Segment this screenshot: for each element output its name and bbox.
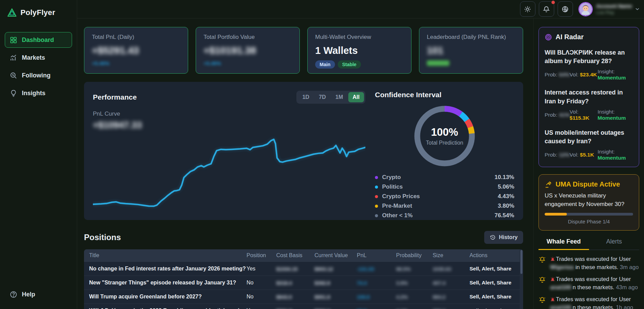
col-title[interactable]: Title bbox=[84, 252, 247, 259]
range-button-1m[interactable]: 1M bbox=[331, 92, 347, 102]
vol-value: $5.1K bbox=[580, 152, 594, 158]
stat-sub-value: +5.49% bbox=[92, 60, 180, 66]
sidebar-item-insights[interactable]: Insights bbox=[5, 85, 72, 101]
confidence-title: Confidence Interval bbox=[375, 91, 514, 99]
col-pnl[interactable]: PnL bbox=[357, 252, 396, 259]
sidebar-item-help[interactable]: Help bbox=[5, 286, 72, 302]
range-button-all[interactable]: All bbox=[348, 92, 364, 102]
radar-item[interactable]: Will BLΛƆKPIИK release an album by Febru… bbox=[545, 48, 633, 81]
col-actions[interactable]: Actions bbox=[470, 252, 523, 259]
table-row[interactable]: Will J.D. Vance win the 2028 Republican … bbox=[84, 304, 523, 309]
insight-value: Momentum bbox=[598, 155, 626, 161]
pnl-value: 108.8 bbox=[357, 294, 396, 300]
row-actions[interactable]: Sell, Alert, Share bbox=[470, 280, 523, 286]
legend-row-politics: Politics 5.06% bbox=[375, 183, 514, 190]
content-column: Account Name Low Play Total PnL (Daily) … bbox=[77, 0, 644, 309]
sidebar-nav: Dashboard Markets Following bbox=[5, 32, 72, 101]
sidebar-item-markets[interactable]: Markets bbox=[5, 50, 72, 65]
notification-dot bbox=[551, 1, 555, 4]
legend-row-crypto-prices: Crypto Prices 4.43% bbox=[375, 193, 514, 200]
col-size[interactable]: Size bbox=[433, 252, 470, 259]
performance-panel: Performance 1D 7D 1M All PnL Curve +$109… bbox=[84, 82, 523, 220]
user-menu[interactable]: Account Name Low Play bbox=[578, 2, 639, 16]
position-side: Yes bbox=[247, 308, 276, 309]
prob-value: 64% bbox=[559, 72, 570, 78]
scrollbar-thumb[interactable] bbox=[520, 250, 522, 274]
sidebar-item-dashboard[interactable]: Dashboard bbox=[5, 32, 72, 48]
current-value: $903.12 bbox=[314, 266, 357, 272]
tab-whale-feed[interactable]: Whale Feed bbox=[538, 235, 589, 250]
sidebar-item-following[interactable]: Following bbox=[5, 68, 72, 83]
stats-row: Total PnL (Daily) +$5291.43 +5.49% Total… bbox=[84, 27, 523, 74]
prob-value: 41% bbox=[559, 112, 570, 118]
notifications-button[interactable] bbox=[539, 1, 554, 17]
markets-chart-icon bbox=[10, 54, 17, 62]
legend-label: Crypto Prices bbox=[382, 193, 498, 200]
polyflyer-logo-icon bbox=[7, 8, 17, 18]
wallet-badges: Main Stable bbox=[315, 60, 404, 69]
ai-radar-title: AI Radar bbox=[556, 33, 584, 41]
pnl-value: 60.5 bbox=[357, 308, 396, 309]
prob-label: Prob: bbox=[545, 152, 557, 158]
alert-bell-icon bbox=[538, 276, 546, 283]
chevron-down-icon bbox=[635, 8, 639, 10]
feed-text: Trades was executed for User anat100 n t… bbox=[550, 295, 639, 309]
pnl-curve-value: +$10947.33 bbox=[93, 120, 365, 131]
sidebar-item-label: Following bbox=[22, 72, 51, 79]
insight-label: Insight: bbox=[598, 69, 615, 74]
feed-item[interactable]: Trades was executed for User Wigerios in… bbox=[538, 255, 639, 271]
feed-time: 1h ago bbox=[616, 304, 633, 309]
following-search-icon bbox=[10, 72, 17, 79]
feed-item[interactable]: Trades was executed for User anat100 n t… bbox=[538, 275, 639, 291]
col-position[interactable]: Position bbox=[247, 252, 276, 259]
pnl-line bbox=[93, 139, 365, 206]
performance-title: Performance bbox=[93, 93, 137, 101]
radar-item[interactable]: US mobile/internet outages caused by Ira… bbox=[545, 129, 633, 161]
legend-dot bbox=[375, 176, 378, 179]
pnl-curve-label: PnL Curve bbox=[93, 111, 365, 117]
language-button[interactable] bbox=[558, 1, 573, 17]
prob-value: 12% bbox=[559, 152, 570, 158]
radar-target-icon bbox=[545, 33, 552, 41]
current-value: $362.3 bbox=[314, 308, 357, 309]
table-scrollbar[interactable] bbox=[520, 249, 523, 309]
feed-item[interactable]: Trades was executed for User anat100 n t… bbox=[538, 295, 639, 309]
wallet-badge-main[interactable]: Main bbox=[315, 60, 335, 69]
dispute-phase-label: Dispute Phase 1/4 bbox=[545, 219, 633, 224]
time-range-group: 1D 7D 1M All bbox=[296, 91, 365, 104]
wallet-badge-stable[interactable]: Stable bbox=[338, 60, 361, 69]
theme-toggle-button[interactable] bbox=[520, 1, 535, 17]
radar-question: Will BLΛƆKPIИK release an album by Febru… bbox=[545, 48, 633, 65]
stat-value: 101 bbox=[427, 45, 515, 56]
rank-change-pill bbox=[427, 60, 449, 66]
row-actions[interactable]: Sell, Alert, Share bbox=[470, 266, 523, 272]
table-row[interactable]: No change in Fed interest rates after Ja… bbox=[84, 262, 523, 276]
vol-value: $115.3K bbox=[570, 115, 589, 121]
feed-user: Wigerios bbox=[550, 264, 574, 270]
legend-dot bbox=[375, 214, 378, 217]
siren-icon bbox=[550, 297, 555, 302]
confidence-section: Confidence Interval 100% Total Predictio… bbox=[375, 91, 514, 214]
insight-label: Insight: bbox=[598, 149, 615, 154]
range-button-1d[interactable]: 1D bbox=[298, 92, 313, 102]
pnl-value: 74.4 bbox=[357, 280, 396, 286]
range-button-7d[interactable]: 7D bbox=[314, 92, 330, 102]
radar-item[interactable]: Internet access restored in Iran by Frid… bbox=[545, 88, 633, 121]
col-current-value[interactable]: Current Value bbox=[314, 252, 357, 259]
col-cost-basis[interactable]: Cost Basis bbox=[276, 252, 314, 259]
legend-value: 3.80% bbox=[498, 203, 514, 209]
legend-value: 4.43% bbox=[498, 193, 514, 200]
table-row[interactable]: Will Trump acquire Greenland before 2027… bbox=[84, 290, 523, 304]
history-button[interactable]: History bbox=[484, 231, 523, 244]
row-actions[interactable]: Sell, Alert, Share bbox=[470, 294, 523, 300]
table-row[interactable]: New "Stranger Things" episode released b… bbox=[84, 276, 523, 290]
sidebar-item-label: Dashboard bbox=[22, 36, 54, 44]
tab-alerts[interactable]: Alerts bbox=[589, 235, 640, 250]
sidebar: PolyFlyer Dashboard Markets bbox=[0, 0, 77, 309]
row-actions[interactable]: Sell, Alert, Share bbox=[470, 308, 523, 309]
stat-card-total-pnl: Total PnL (Daily) +$5291.43 +5.49% bbox=[84, 27, 188, 74]
stat-card-portfolio-value: Total Portfolio Value +$10191.38 +5.49% bbox=[196, 27, 300, 74]
vol-value: $23.4K bbox=[580, 72, 597, 77]
col-probability[interactable]: Probability bbox=[396, 252, 433, 259]
app-title: PolyFlyer bbox=[20, 8, 55, 17]
